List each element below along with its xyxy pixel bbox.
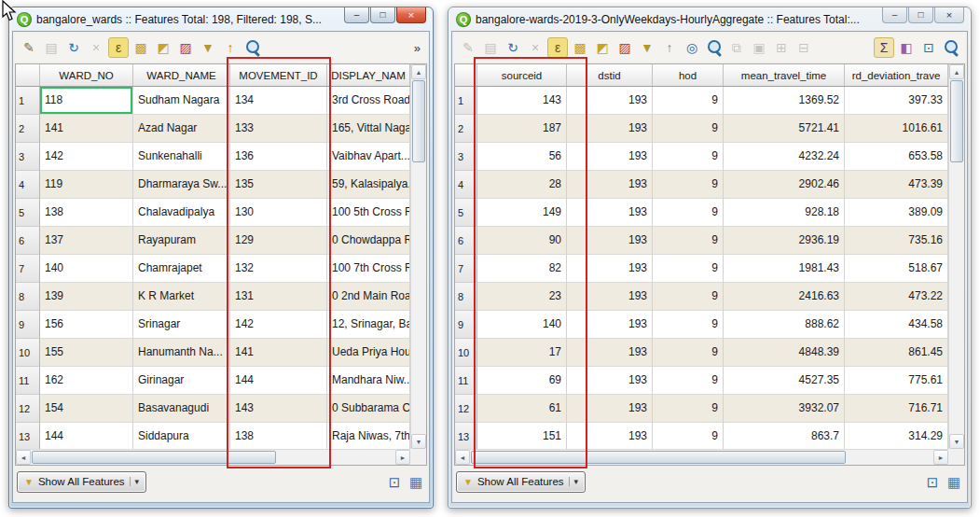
row-number[interactable]: 7 [16,255,40,283]
cell[interactable]: 653.58 [845,143,948,171]
vertical-scrollbar-thumb[interactable] [950,80,963,162]
cell[interactable]: 1016.61 [845,115,948,143]
close-button[interactable]: × [934,7,964,23]
cell[interactable]: 775.61 [845,367,948,395]
cell[interactable]: 141 [40,115,133,143]
cell[interactable]: 143 [477,87,567,115]
invert-selection-icon[interactable]: ◩ [153,37,173,58]
cell[interactable]: Basavanagudi [133,395,230,423]
cell[interactable]: 9 [653,171,724,199]
cell[interactable]: Mandhara Niw... [327,367,410,395]
cell[interactable]: Siddapura [133,423,230,451]
table-row[interactable]: 101719394848.39861.45 [455,339,948,367]
cell[interactable]: 140 [477,311,567,339]
cell[interactable]: 118 [40,87,133,115]
cell[interactable]: 135 [230,171,327,199]
cell[interactable]: 129 [230,227,327,255]
table-row[interactable]: 13144Siddapura138Raja Niwas, 7th [16,423,410,451]
cell[interactable]: 144 [40,423,133,451]
move-selection-top-icon[interactable]: ↑ [659,37,680,58]
table-row[interactable]: 82319392416.63473.22 [455,283,948,311]
cell[interactable]: 119 [40,171,133,199]
reload-icon[interactable]: ↻ [503,37,523,58]
table-row[interactable]: 69019392936.19735.16 [455,227,948,255]
cell[interactable]: 193 [567,423,653,451]
row-number[interactable]: 3 [455,143,477,171]
cell[interactable]: 9 [653,227,724,255]
cell[interactable]: 0 Chowdappa R [327,227,410,255]
cell[interactable]: 4848.39 [724,339,845,367]
table-row[interactable]: 10155Hanumanth Na...141Ueda Priya Hou [16,339,410,367]
cell[interactable]: 9 [653,199,724,227]
row-number[interactable]: 9 [455,311,477,339]
cell[interactable]: 100 7th Cross R. [327,255,410,283]
maximize-button[interactable]: □ [908,7,933,23]
row-number[interactable]: 12 [455,395,477,423]
switch-to-table-view-icon[interactable]: ▦ [407,472,425,491]
deselect-all-icon[interactable]: ▨ [175,37,196,58]
delete-selected-icon[interactable]: × [525,37,545,58]
column-header-movement-id[interactable]: MOVEMENT_ID [230,64,327,86]
cell[interactable]: 9 [653,367,724,395]
cell[interactable]: 138 [40,199,133,227]
cell[interactable]: 193 [567,339,653,367]
filter-form-icon[interactable]: ▼ [198,37,218,58]
table-row[interactable]: 4119Dharmaraya Sw...13559, Kalasipalya..… [16,171,410,199]
close-button[interactable]: × [396,7,426,23]
table-row[interactable]: 51491939928.18389.09 [455,199,948,227]
cell[interactable]: 141 [230,339,327,367]
table-row[interactable]: 7140Chamrajapet132100 7th Cross R. [16,255,410,283]
cell[interactable]: 193 [567,115,653,143]
cell[interactable]: 434.58 [845,311,948,339]
cell[interactable]: 2936.19 [724,227,845,255]
cell[interactable]: 82 [477,255,567,283]
table-row[interactable]: 5138Chalavadipalya130100 5th Cross R. [16,199,410,227]
cell[interactable]: Sunkenahalli [133,143,230,171]
cell[interactable]: 314.29 [845,423,948,451]
row-number-header[interactable] [455,64,477,86]
cell[interactable]: 3932.07 [724,395,845,423]
dock-attribute-table-icon[interactable]: ⊡ [385,472,404,491]
cell[interactable]: 193 [567,227,653,255]
cell[interactable]: Hanumanth Na... [133,339,230,367]
cell[interactable]: 56 [477,143,567,171]
search-columns-icon[interactable] [941,37,961,58]
scroll-up-icon[interactable]: ▲ [411,64,426,79]
cell[interactable]: Vaibhav Apart... [327,143,410,171]
horizontal-scrollbar[interactable]: ◄ ► [455,449,948,465]
cell[interactable]: 2902.46 [724,171,845,199]
cell[interactable]: 473.39 [845,171,948,199]
cell[interactable]: 4232.24 [724,143,845,171]
row-number[interactable]: 8 [455,283,477,311]
cell[interactable]: 140 [40,255,133,283]
column-header-dstid[interactable]: dstid [567,64,653,86]
cell[interactable]: 134 [230,87,327,115]
horizontal-scrollbar[interactable]: ◄ ► [16,449,410,465]
table-row[interactable]: 12154Basavanagudi1430 Subbarama C. [16,395,410,423]
cell[interactable]: 193 [567,283,653,311]
switch-to-table-view-icon[interactable]: ▦ [945,472,963,491]
cell[interactable]: K R Market [133,283,230,311]
cell[interactable]: 863.7 [724,423,845,451]
cell[interactable]: 162 [40,367,133,395]
show-all-features-button[interactable]: ▼ Show All Features ▾ [456,471,586,493]
cell[interactable]: Sudham Nagara [133,87,230,115]
cell[interactable]: 131 [230,283,327,311]
column-header-sourceid[interactable]: sourceid [477,64,567,86]
show-all-features-button[interactable]: ▼ Show All Features ▾ [17,471,146,493]
cell[interactable]: Rayapuram [133,227,230,255]
cell[interactable]: 9 [653,143,724,171]
table-row[interactable]: 9156Srinagar14212, Srinagar, Ba. [16,311,410,339]
scroll-left-icon[interactable]: ◄ [455,450,470,465]
cell[interactable]: 155 [40,339,133,367]
table-row[interactable]: 11162Girinagar144Mandhara Niw... [16,367,410,395]
zoom-to-selection-icon[interactable] [704,37,725,58]
cell[interactable]: 100 5th Cross R. [327,199,410,227]
cell[interactable]: 193 [567,395,653,423]
titlebar[interactable]: Q bangalore-wards-2019-3-OnlyWeekdays-Ho… [449,7,971,31]
cell[interactable]: 518.67 [845,255,948,283]
cell[interactable]: 9 [653,311,724,339]
row-number[interactable]: 2 [455,115,477,143]
column-header-mean-travel-time[interactable]: mean_travel_time [724,64,845,86]
delete-field-icon[interactable]: ⊟ [794,37,814,58]
